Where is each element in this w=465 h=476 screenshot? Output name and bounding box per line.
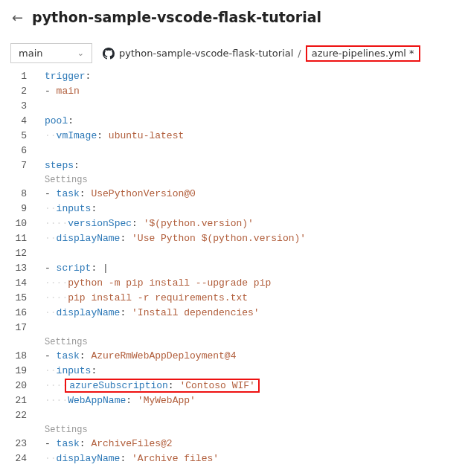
back-arrow-icon[interactable]: ← <box>12 10 23 25</box>
line-number: 19 <box>0 364 27 379</box>
page-title: python-sample-vscode-flask-tutorial <box>32 9 321 25</box>
code-lens-settings[interactable]: Settings <box>45 173 465 187</box>
line-number: 17 <box>0 321 27 335</box>
line-number: 11 <box>0 231 27 246</box>
breadcrumb: python-sample-vscode-flask-tutorial / az… <box>103 45 420 62</box>
line-number: 16 <box>0 306 27 321</box>
line-number: 8 <box>0 187 27 202</box>
github-icon <box>103 48 115 60</box>
code-line[interactable] <box>45 321 465 335</box>
branch-selector[interactable]: main ⌄ <box>10 43 92 63</box>
line-number: 6 <box>0 144 27 158</box>
code-line[interactable] <box>45 144 465 158</box>
line-number: 18 <box>0 349 27 364</box>
line-number-gutter: 123456789101112131415161718192021222324 <box>0 69 34 466</box>
line-number: 10 <box>0 216 27 231</box>
line-number: 4 <box>0 114 27 129</box>
line-number: 5 <box>0 129 27 144</box>
code-line[interactable]: ··displayName: 'Use Python $(python.vers… <box>45 231 465 246</box>
code-line[interactable]: ··displayName: 'Archive files' <box>45 451 465 466</box>
code-line[interactable]: - task: UsePythonVersion@0 <box>45 187 465 202</box>
code-line[interactable]: ····python -m pip install --upgrade pip <box>45 276 465 291</box>
code-line[interactable] <box>45 99 465 114</box>
line-number: 22 <box>0 408 27 423</box>
line-number: 12 <box>0 246 27 261</box>
line-number: 3 <box>0 99 27 114</box>
breadcrumb-repo[interactable]: python-sample-vscode-flask-tutorial <box>119 48 293 59</box>
code-line[interactable]: ····azureSubscription: 'Contoso WIF' <box>45 379 465 393</box>
code-line[interactable]: - task: ArchiveFiles@2 <box>45 437 465 451</box>
code-line[interactable]: ··inputs: <box>45 364 465 379</box>
line-number: 24 <box>0 451 27 466</box>
code-line[interactable]: ··vmImage: ubuntu-latest <box>45 129 465 144</box>
code-line[interactable]: pool: <box>45 114 465 129</box>
breadcrumb-separator: / <box>298 48 301 59</box>
line-number: 23 <box>0 437 27 451</box>
line-number: 2 <box>0 84 27 99</box>
highlight-azure-subscription: azureSubscription: 'Contoso WIF' <box>65 379 260 393</box>
line-number: 21 <box>0 393 27 408</box>
code-editor[interactable]: 123456789101112131415161718192021222324 … <box>0 68 465 469</box>
header-bar: ← python-sample-vscode-flask-tutorial <box>0 0 465 36</box>
line-number: 15 <box>0 291 27 306</box>
code-lens-settings[interactable]: Settings <box>45 335 465 349</box>
line-number: 13 <box>0 261 27 276</box>
code-line[interactable]: ··displayName: 'Install dependencies' <box>45 306 465 321</box>
line-number: 20 <box>0 379 27 393</box>
toolbar: main ⌄ python-sample-vscode-flask-tutori… <box>0 36 465 68</box>
code-line[interactable]: ··inputs: <box>45 202 465 216</box>
code-line[interactable]: - main <box>45 84 465 99</box>
breadcrumb-file[interactable]: azure-pipelines.yml * <box>306 45 420 62</box>
chevron-down-icon: ⌄ <box>77 48 84 58</box>
code-lens-settings[interactable]: Settings <box>45 423 465 437</box>
code-line[interactable]: - script: | <box>45 261 465 276</box>
code-line[interactable]: ····WebAppName: 'MyWebApp' <box>45 393 465 408</box>
line-number: 1 <box>0 69 27 84</box>
branch-name: main <box>19 48 42 59</box>
code-line[interactable]: ····versionSpec: '$(python.version)' <box>45 216 465 231</box>
code-line[interactable]: - task: AzureRmWebAppDeployment@4 <box>45 349 465 364</box>
line-number: 9 <box>0 202 27 216</box>
code-line[interactable]: steps: <box>45 158 465 173</box>
line-number: 14 <box>0 276 27 291</box>
code-content[interactable]: trigger:- mainpool:··vmImage: ubuntu-lat… <box>34 69 465 466</box>
code-line[interactable] <box>45 246 465 261</box>
line-number: 7 <box>0 158 27 173</box>
code-line[interactable] <box>45 408 465 423</box>
code-line[interactable]: trigger: <box>45 69 465 84</box>
code-line[interactable]: ····pip install -r requirements.txt <box>45 291 465 306</box>
